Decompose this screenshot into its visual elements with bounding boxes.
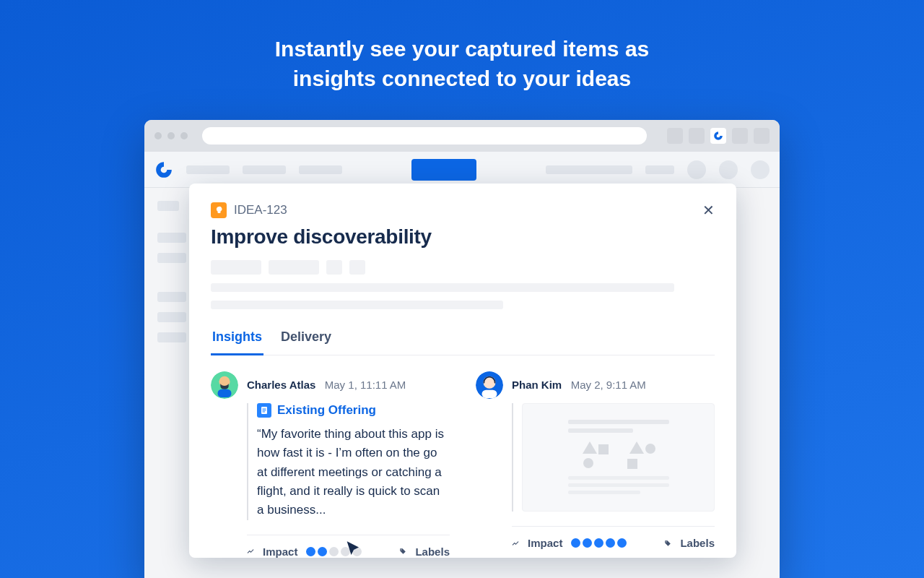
idea-type-icon	[211, 202, 227, 218]
tab-bar: Insights Delivery	[211, 329, 715, 355]
hero-headline: Instantly see your captured items as ins…	[0, 0, 924, 93]
idea-key[interactable]: IDEA-123	[234, 203, 287, 217]
svg-rect-11	[561, 414, 676, 501]
insight-author: Charles Atlas	[247, 379, 315, 391]
extension-placeholder	[667, 128, 683, 144]
svg-rect-5	[263, 410, 266, 411]
svg-rect-20	[568, 476, 669, 480]
nav-active-tab[interactable]	[411, 159, 476, 181]
impact-score[interactable]	[306, 547, 362, 556]
svg-point-7	[401, 549, 402, 550]
svg-point-16	[583, 458, 593, 468]
close-icon[interactable]: ✕	[702, 203, 715, 217]
jpd-extension-icon[interactable]	[710, 128, 726, 144]
avatar	[476, 371, 503, 399]
tab-insights[interactable]: Insights	[211, 329, 263, 355]
avatar-placeholder	[719, 160, 738, 179]
extension-placeholder	[732, 128, 748, 144]
svg-rect-21	[568, 483, 669, 487]
nav-placeholder	[546, 165, 632, 174]
insight-timestamp: May 2, 9:11 AM	[571, 379, 646, 391]
nav-placeholder	[186, 165, 230, 174]
product-logo-icon	[154, 160, 173, 179]
browser-window: IDEA-123 ✕ Improve discoverability Insig…	[144, 120, 780, 578]
meta-placeholder	[326, 260, 342, 275]
extension-placeholder	[754, 128, 770, 144]
avatar-placeholder	[751, 160, 770, 179]
insight-quote: “My favorite thing about this app is how…	[257, 425, 450, 520]
workspace: IDEA-123 ✕ Improve discoverability Insig…	[144, 188, 780, 578]
doc-title: Existing Offering	[277, 403, 376, 418]
svg-rect-4	[263, 409, 266, 410]
insight-card: Charles Atlas May 1, 11:11 AM Existing O…	[211, 371, 450, 558]
idea-detail-modal: IDEA-123 ✕ Improve discoverability Insig…	[189, 184, 736, 558]
google-doc-icon	[257, 403, 271, 418]
traffic-light-dot	[167, 132, 175, 139]
impact-label: Impact	[263, 545, 297, 558]
labels-label[interactable]: Labels	[415, 545, 450, 558]
tag-icon	[664, 538, 671, 549]
labels-label[interactable]: Labels	[680, 537, 715, 549]
svg-point-23	[666, 541, 667, 542]
nav-placeholder	[299, 165, 342, 174]
trend-icon	[512, 538, 519, 549]
svg-marker-17	[629, 441, 644, 454]
insight-card: Phan Kim May 2, 9:11 AM	[476, 371, 715, 558]
svg-rect-2	[218, 389, 232, 397]
avatar	[211, 371, 238, 399]
svg-rect-6	[263, 412, 266, 413]
tab-delivery[interactable]: Delivery	[279, 329, 333, 355]
svg-rect-22	[568, 491, 640, 494]
insight-timestamp: May 1, 11:11 AM	[325, 379, 406, 391]
traffic-light-dot	[180, 132, 188, 139]
tag-icon	[399, 545, 406, 557]
impact-score[interactable]	[571, 538, 627, 548]
nav-placeholder	[645, 165, 674, 174]
extension-placeholder	[689, 128, 705, 144]
idea-title: Improve discoverability	[211, 225, 715, 249]
svg-rect-12	[568, 420, 669, 424]
insight-author: Phan Kim	[512, 379, 562, 391]
attachment-preview[interactable]	[522, 403, 715, 512]
meta-placeholder	[211, 260, 261, 275]
meta-placeholder	[349, 260, 365, 275]
avatar-placeholder	[687, 160, 706, 179]
svg-rect-10	[482, 390, 497, 398]
svg-rect-13	[568, 428, 633, 433]
svg-rect-15	[598, 444, 609, 454]
attached-doc-link[interactable]: Existing Offering	[257, 403, 450, 418]
traffic-light-dot	[154, 132, 162, 139]
trend-icon	[247, 545, 254, 557]
svg-point-18	[645, 444, 655, 454]
nav-placeholder	[243, 165, 286, 174]
meta-placeholder	[269, 260, 319, 275]
impact-label: Impact	[528, 537, 562, 549]
description-placeholder	[211, 283, 674, 292]
svg-marker-14	[583, 441, 597, 454]
description-placeholder	[211, 301, 503, 309]
browser-chrome	[144, 120, 780, 152]
app-topbar	[144, 152, 780, 188]
svg-rect-19	[627, 459, 637, 469]
url-bar[interactable]	[202, 127, 647, 144]
